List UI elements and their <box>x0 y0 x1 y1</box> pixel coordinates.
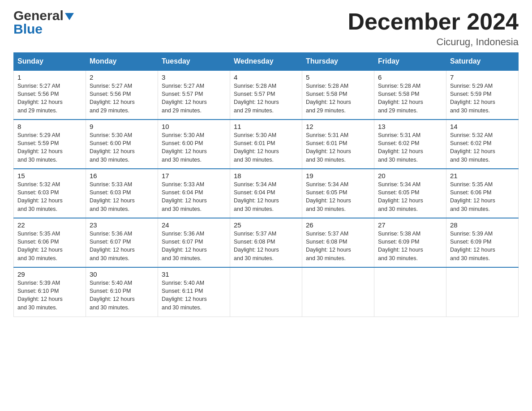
calendar-cell: 23Sunrise: 5:36 AMSunset: 6:07 PMDayligh… <box>86 218 158 267</box>
day-info: Sunrise: 5:32 AMSunset: 6:03 PMDaylight:… <box>17 180 82 213</box>
calendar-cell: 19Sunrise: 5:34 AMSunset: 6:05 PMDayligh… <box>302 169 374 218</box>
day-info: Sunrise: 5:34 AMSunset: 6:04 PMDaylight:… <box>234 180 298 213</box>
day-number: 22 <box>17 221 82 229</box>
calendar-cell: 25Sunrise: 5:37 AMSunset: 6:08 PMDayligh… <box>230 218 302 267</box>
day-info: Sunrise: 5:27 AMSunset: 5:57 PMDaylight:… <box>162 82 226 115</box>
day-info: Sunrise: 5:27 AMSunset: 5:56 PMDaylight:… <box>90 82 154 115</box>
day-number: 2 <box>90 73 154 81</box>
day-info: Sunrise: 5:29 AMSunset: 5:59 PMDaylight:… <box>450 82 515 115</box>
day-info: Sunrise: 5:33 AMSunset: 6:03 PMDaylight:… <box>90 180 154 213</box>
logo-triangle-icon <box>65 13 74 20</box>
calendar-day-header-saturday: Saturday <box>446 53 519 71</box>
logo-blue: Blue <box>13 21 43 36</box>
calendar-cell: 6Sunrise: 5:28 AMSunset: 5:58 PMDaylight… <box>374 70 446 120</box>
day-info: Sunrise: 5:36 AMSunset: 6:07 PMDaylight:… <box>90 230 154 262</box>
day-info: Sunrise: 5:40 AMSunset: 6:11 PMDaylight:… <box>162 279 226 312</box>
day-number: 14 <box>450 123 515 130</box>
day-info: Sunrise: 5:30 AMSunset: 6:00 PMDaylight:… <box>162 131 226 164</box>
day-number: 21 <box>450 172 515 180</box>
day-info: Sunrise: 5:30 AMSunset: 6:01 PMDaylight:… <box>234 131 298 164</box>
calendar-cell: 8Sunrise: 5:29 AMSunset: 5:59 PMDaylight… <box>14 120 86 169</box>
day-info: Sunrise: 5:33 AMSunset: 6:04 PMDaylight:… <box>162 180 226 213</box>
day-number: 6 <box>378 73 442 81</box>
calendar-header-row: SundayMondayTuesdayWednesdayThursdayFrid… <box>14 53 519 71</box>
day-info: Sunrise: 5:31 AMSunset: 6:01 PMDaylight:… <box>306 131 370 164</box>
day-number: 8 <box>17 123 82 130</box>
calendar-cell: 21Sunrise: 5:35 AMSunset: 6:06 PMDayligh… <box>446 169 519 218</box>
calendar-cell: 1Sunrise: 5:27 AMSunset: 5:56 PMDaylight… <box>14 70 86 120</box>
day-number: 26 <box>306 221 370 229</box>
calendar-cell: 7Sunrise: 5:29 AMSunset: 5:59 PMDaylight… <box>446 70 519 120</box>
day-number: 27 <box>378 221 442 229</box>
day-number: 25 <box>234 221 298 229</box>
calendar-cell: 30Sunrise: 5:40 AMSunset: 6:10 PMDayligh… <box>86 267 158 317</box>
logo-general: General <box>13 9 64 22</box>
calendar-table: SundayMondayTuesdayWednesdayThursdayFrid… <box>13 52 519 317</box>
day-number: 11 <box>234 123 298 130</box>
day-info: Sunrise: 5:30 AMSunset: 6:00 PMDaylight:… <box>90 131 154 164</box>
calendar-cell: 31Sunrise: 5:40 AMSunset: 6:11 PMDayligh… <box>158 267 230 317</box>
day-number: 18 <box>234 172 298 180</box>
calendar-cell: 18Sunrise: 5:34 AMSunset: 6:04 PMDayligh… <box>230 169 302 218</box>
calendar-day-header-monday: Monday <box>86 53 158 71</box>
calendar-day-header-thursday: Thursday <box>302 53 374 71</box>
day-number: 16 <box>90 172 154 180</box>
day-info: Sunrise: 5:29 AMSunset: 5:59 PMDaylight:… <box>17 131 82 164</box>
calendar-cell: 26Sunrise: 5:37 AMSunset: 6:08 PMDayligh… <box>302 218 374 267</box>
calendar-cell: 5Sunrise: 5:28 AMSunset: 5:58 PMDaylight… <box>302 70 374 120</box>
calendar-cell: 13Sunrise: 5:31 AMSunset: 6:02 PMDayligh… <box>374 120 446 169</box>
day-number: 20 <box>378 172 442 180</box>
day-number: 12 <box>306 123 370 130</box>
calendar-day-header-tuesday: Tuesday <box>158 53 230 71</box>
calendar-day-header-wednesday: Wednesday <box>230 53 302 71</box>
day-info: Sunrise: 5:38 AMSunset: 6:09 PMDaylight:… <box>378 230 442 262</box>
calendar-cell <box>302 267 374 317</box>
calendar-cell: 20Sunrise: 5:34 AMSunset: 6:05 PMDayligh… <box>374 169 446 218</box>
main-title: December 2024 <box>348 9 519 34</box>
calendar-cell: 22Sunrise: 5:35 AMSunset: 6:06 PMDayligh… <box>14 218 86 267</box>
day-number: 5 <box>306 73 370 81</box>
day-number: 3 <box>162 73 226 81</box>
day-number: 4 <box>234 73 298 81</box>
day-info: Sunrise: 5:28 AMSunset: 5:57 PMDaylight:… <box>234 82 298 115</box>
calendar-cell: 14Sunrise: 5:32 AMSunset: 6:02 PMDayligh… <box>446 120 519 169</box>
day-number: 10 <box>162 123 226 130</box>
day-number: 15 <box>17 172 82 180</box>
day-number: 24 <box>162 221 226 229</box>
day-info: Sunrise: 5:35 AMSunset: 6:06 PMDaylight:… <box>17 230 82 262</box>
day-info: Sunrise: 5:36 AMSunset: 6:07 PMDaylight:… <box>162 230 226 262</box>
day-number: 1 <box>17 73 82 81</box>
calendar-cell: 17Sunrise: 5:33 AMSunset: 6:04 PMDayligh… <box>158 169 230 218</box>
calendar-cell: 28Sunrise: 5:39 AMSunset: 6:09 PMDayligh… <box>446 218 519 267</box>
day-info: Sunrise: 5:39 AMSunset: 6:10 PMDaylight:… <box>17 279 82 312</box>
calendar-cell: 24Sunrise: 5:36 AMSunset: 6:07 PMDayligh… <box>158 218 230 267</box>
calendar-week-row: 1Sunrise: 5:27 AMSunset: 5:56 PMDaylight… <box>14 70 519 120</box>
calendar-day-header-sunday: Sunday <box>14 53 86 71</box>
calendar-cell: 10Sunrise: 5:30 AMSunset: 6:00 PMDayligh… <box>158 120 230 169</box>
day-number: 7 <box>450 73 515 81</box>
calendar-cell: 29Sunrise: 5:39 AMSunset: 6:10 PMDayligh… <box>14 267 86 317</box>
calendar-cell: 15Sunrise: 5:32 AMSunset: 6:03 PMDayligh… <box>14 169 86 218</box>
day-number: 19 <box>306 172 370 180</box>
calendar-week-row: 8Sunrise: 5:29 AMSunset: 5:59 PMDaylight… <box>14 120 519 169</box>
calendar-cell: 4Sunrise: 5:28 AMSunset: 5:57 PMDaylight… <box>230 70 302 120</box>
day-info: Sunrise: 5:35 AMSunset: 6:06 PMDaylight:… <box>450 180 515 213</box>
day-info: Sunrise: 5:40 AMSunset: 6:10 PMDaylight:… <box>90 279 154 312</box>
day-info: Sunrise: 5:31 AMSunset: 6:02 PMDaylight:… <box>378 131 442 164</box>
day-info: Sunrise: 5:34 AMSunset: 6:05 PMDaylight:… <box>378 180 442 213</box>
day-number: 17 <box>162 172 226 180</box>
calendar-week-row: 22Sunrise: 5:35 AMSunset: 6:06 PMDayligh… <box>14 218 519 267</box>
day-number: 28 <box>450 221 515 229</box>
subtitle: Cicurug, Indonesia <box>348 36 519 48</box>
calendar-cell <box>230 267 302 317</box>
calendar-cell: 11Sunrise: 5:30 AMSunset: 6:01 PMDayligh… <box>230 120 302 169</box>
day-number: 31 <box>162 270 226 278</box>
day-info: Sunrise: 5:28 AMSunset: 5:58 PMDaylight:… <box>378 82 442 115</box>
calendar-cell <box>374 267 446 317</box>
day-info: Sunrise: 5:27 AMSunset: 5:56 PMDaylight:… <box>17 82 82 115</box>
day-info: Sunrise: 5:37 AMSunset: 6:08 PMDaylight:… <box>234 230 298 262</box>
day-number: 30 <box>90 270 154 278</box>
day-info: Sunrise: 5:32 AMSunset: 6:02 PMDaylight:… <box>450 131 515 164</box>
day-number: 23 <box>90 221 154 229</box>
calendar-day-header-friday: Friday <box>374 53 446 71</box>
